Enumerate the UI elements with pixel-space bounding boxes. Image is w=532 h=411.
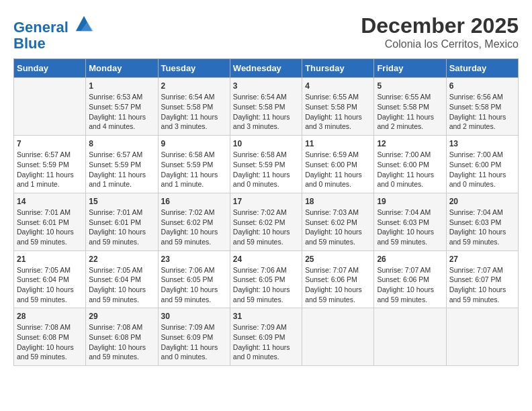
column-header-thursday: Thursday [302,59,374,78]
day-info: Sunrise: 7:09 AM Sunset: 6:09 PM Dayligh… [233,322,299,362]
calendar-cell: 25Sunrise: 7:07 AM Sunset: 6:06 PM Dayli… [302,250,374,308]
day-info: Sunrise: 7:07 AM Sunset: 6:06 PM Dayligh… [377,265,443,305]
day-number: 31 [233,312,299,321]
day-number: 9 [161,139,227,148]
logo: General Blue [13,13,93,52]
day-number: 13 [449,139,515,148]
logo-general: General [13,19,69,36]
day-info: Sunrise: 6:55 AM Sunset: 5:58 PM Dayligh… [377,92,443,132]
day-number: 6 [449,81,515,91]
day-number: 30 [161,312,227,321]
calendar-cell: 26Sunrise: 7:07 AM Sunset: 6:06 PM Dayli… [374,250,446,308]
calendar-cell: 4Sunrise: 6:55 AM Sunset: 5:58 PM Daylig… [302,78,374,136]
day-number: 4 [305,81,371,91]
day-info: Sunrise: 7:06 AM Sunset: 6:05 PM Dayligh… [161,265,227,305]
day-info: Sunrise: 7:01 AM Sunset: 6:01 PM Dayligh… [17,208,83,247]
logo-blue: Blue [13,35,46,52]
week-row-5: 28Sunrise: 7:08 AM Sunset: 6:08 PM Dayli… [14,308,519,366]
calendar-cell: 3Sunrise: 6:54 AM Sunset: 5:58 PM Daylig… [230,78,302,136]
calendar-cell: 15Sunrise: 7:01 AM Sunset: 6:01 PM Dayli… [86,193,158,250]
day-info: Sunrise: 6:56 AM Sunset: 5:58 PM Dayligh… [449,92,515,132]
day-info: Sunrise: 7:07 AM Sunset: 6:07 PM Dayligh… [449,265,515,305]
day-info: Sunrise: 6:53 AM Sunset: 5:57 PM Dayligh… [89,92,154,132]
day-info: Sunrise: 7:01 AM Sunset: 6:01 PM Dayligh… [89,208,154,247]
day-info: Sunrise: 6:54 AM Sunset: 5:58 PM Dayligh… [161,92,227,132]
calendar-cell: 2Sunrise: 6:54 AM Sunset: 5:58 PM Daylig… [158,78,230,136]
column-header-sunday: Sunday [14,59,86,78]
day-info: Sunrise: 6:54 AM Sunset: 5:58 PM Dayligh… [233,92,299,132]
calendar-cell: 30Sunrise: 7:09 AM Sunset: 6:09 PM Dayli… [158,308,230,366]
day-info: Sunrise: 6:55 AM Sunset: 5:58 PM Dayligh… [305,92,371,132]
page-header: General Blue December 2025 Colonia los C… [13,13,519,52]
day-number: 10 [233,139,299,148]
day-number: 27 [449,255,515,264]
column-header-monday: Monday [86,59,158,78]
day-number: 1 [89,81,154,91]
calendar-cell: 20Sunrise: 7:04 AM Sunset: 6:03 PM Dayli… [446,193,518,250]
calendar-table: SundayMondayTuesdayWednesdayThursdayFrid… [13,58,519,366]
calendar-cell: 24Sunrise: 7:06 AM Sunset: 6:05 PM Dayli… [230,250,302,308]
day-number: 24 [233,255,299,264]
day-number: 19 [377,197,443,206]
calendar-cell: 27Sunrise: 7:07 AM Sunset: 6:07 PM Dayli… [446,250,518,308]
day-info: Sunrise: 7:02 AM Sunset: 6:02 PM Dayligh… [233,208,299,247]
day-number: 22 [89,255,154,264]
day-info: Sunrise: 7:00 AM Sunset: 6:00 PM Dayligh… [377,150,443,189]
calendar-cell: 12Sunrise: 7:00 AM Sunset: 6:00 PM Dayli… [374,136,446,193]
day-number: 28 [17,312,83,321]
day-number: 26 [377,255,443,264]
day-number: 17 [233,197,299,206]
logo-text: General Blue [13,13,93,52]
day-number: 20 [449,197,515,206]
calendar-cell: 31Sunrise: 7:09 AM Sunset: 6:09 PM Dayli… [230,308,302,366]
day-number: 16 [161,197,227,206]
calendar-cell: 23Sunrise: 7:06 AM Sunset: 6:05 PM Dayli… [158,250,230,308]
day-info: Sunrise: 7:05 AM Sunset: 6:04 PM Dayligh… [89,265,154,305]
month-title: December 2025 [361,13,519,38]
day-info: Sunrise: 6:58 AM Sunset: 5:59 PM Dayligh… [233,150,299,189]
column-header-wednesday: Wednesday [230,59,302,78]
week-row-3: 14Sunrise: 7:01 AM Sunset: 6:01 PM Dayli… [14,193,519,250]
calendar-cell: 19Sunrise: 7:04 AM Sunset: 6:03 PM Dayli… [374,193,446,250]
calendar-cell [14,78,86,136]
day-number: 18 [305,197,371,206]
logo-icon [75,13,93,32]
day-info: Sunrise: 7:00 AM Sunset: 6:00 PM Dayligh… [449,150,515,189]
day-info: Sunrise: 7:08 AM Sunset: 6:08 PM Dayligh… [89,322,154,362]
day-number: 23 [161,255,227,264]
header-row: SundayMondayTuesdayWednesdayThursdayFrid… [14,59,519,78]
calendar-cell: 9Sunrise: 6:58 AM Sunset: 5:59 PM Daylig… [158,136,230,193]
calendar-cell: 8Sunrise: 6:57 AM Sunset: 5:59 PM Daylig… [86,136,158,193]
title-block: December 2025 Colonia los Cerritos, Mexi… [361,13,519,50]
day-number: 3 [233,81,299,91]
day-info: Sunrise: 7:07 AM Sunset: 6:06 PM Dayligh… [305,265,371,305]
day-number: 2 [161,81,227,91]
calendar-cell: 18Sunrise: 7:03 AM Sunset: 6:02 PM Dayli… [302,193,374,250]
column-header-tuesday: Tuesday [158,59,230,78]
day-number: 15 [89,197,154,206]
day-info: Sunrise: 7:09 AM Sunset: 6:09 PM Dayligh… [161,322,227,362]
day-info: Sunrise: 7:06 AM Sunset: 6:05 PM Dayligh… [233,265,299,305]
day-number: 8 [89,139,154,148]
calendar-cell: 5Sunrise: 6:55 AM Sunset: 5:58 PM Daylig… [374,78,446,136]
day-number: 11 [305,139,371,148]
calendar-cell: 7Sunrise: 6:57 AM Sunset: 5:59 PM Daylig… [14,136,86,193]
calendar-cell: 6Sunrise: 6:56 AM Sunset: 5:58 PM Daylig… [446,78,518,136]
day-info: Sunrise: 7:02 AM Sunset: 6:02 PM Dayligh… [161,208,227,247]
calendar-cell: 17Sunrise: 7:02 AM Sunset: 6:02 PM Dayli… [230,193,302,250]
day-number: 12 [377,139,443,148]
day-number: 21 [17,255,83,264]
calendar-cell: 11Sunrise: 6:59 AM Sunset: 6:00 PM Dayli… [302,136,374,193]
calendar-cell: 21Sunrise: 7:05 AM Sunset: 6:04 PM Dayli… [14,250,86,308]
calendar-cell: 29Sunrise: 7:08 AM Sunset: 6:08 PM Dayli… [86,308,158,366]
calendar-cell [302,308,374,366]
calendar-cell: 1Sunrise: 6:53 AM Sunset: 5:57 PM Daylig… [86,78,158,136]
day-number: 29 [89,312,154,321]
calendar-cell: 14Sunrise: 7:01 AM Sunset: 6:01 PM Dayli… [14,193,86,250]
day-info: Sunrise: 7:04 AM Sunset: 6:03 PM Dayligh… [449,208,515,247]
day-info: Sunrise: 6:57 AM Sunset: 5:59 PM Dayligh… [17,150,83,189]
day-info: Sunrise: 7:08 AM Sunset: 6:08 PM Dayligh… [17,322,83,362]
calendar-cell: 28Sunrise: 7:08 AM Sunset: 6:08 PM Dayli… [14,308,86,366]
calendar-cell: 13Sunrise: 7:00 AM Sunset: 6:00 PM Dayli… [446,136,518,193]
day-info: Sunrise: 6:59 AM Sunset: 6:00 PM Dayligh… [305,150,371,189]
